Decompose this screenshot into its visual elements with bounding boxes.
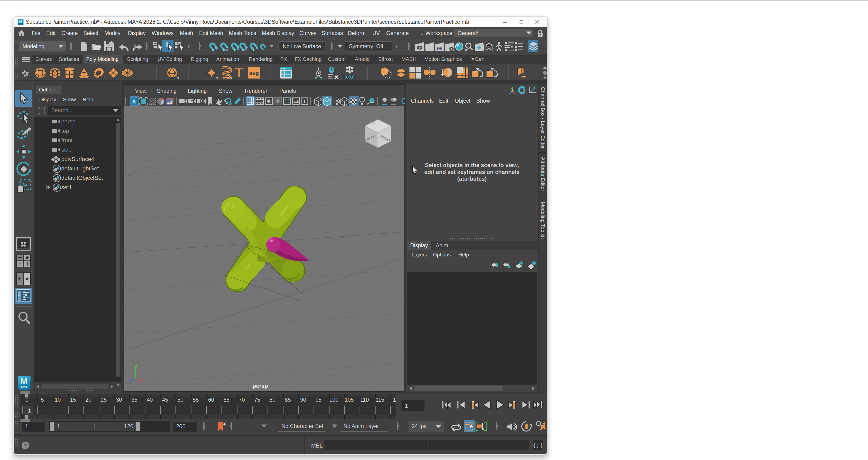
svg-text:50: 50 [178, 397, 184, 403]
svg-text:{;}: {;} [533, 442, 543, 449]
svg-text:T: T [235, 66, 244, 80]
svg-text:35: 35 [131, 397, 137, 403]
svg-text:65: 65 [223, 397, 229, 403]
svg-text:AAA: AAA [20, 23, 22, 25]
svg-text:40: 40 [147, 397, 153, 403]
svg-text:90: 90 [300, 397, 306, 403]
svg-text:?: ? [24, 442, 27, 449]
svg-text:75: 75 [254, 397, 260, 403]
svg-text:svg: svg [249, 70, 259, 76]
svg-text:10: 10 [55, 397, 61, 403]
svg-text:z: z [127, 378, 129, 383]
svg-text:105: 105 [345, 397, 353, 403]
svg-text:0,0,0: 0,0,0 [345, 75, 354, 80]
svg-text:80: 80 [270, 397, 276, 403]
svg-text:55: 55 [193, 397, 199, 403]
svg-text:70: 70 [239, 397, 245, 403]
svg-text:IPR: IPR [437, 47, 442, 50]
svg-text:15: 15 [70, 397, 76, 403]
svg-text:110: 110 [360, 397, 369, 403]
svg-text:100: 100 [330, 397, 338, 403]
svg-text:A: A [132, 99, 136, 105]
svg-text:x: x [142, 378, 145, 383]
svg-text:85: 85 [285, 397, 291, 403]
svg-text:20: 20 [86, 397, 92, 403]
svg-text:y: y [134, 365, 137, 369]
svg-text:60: 60 [208, 397, 214, 403]
svg-text:45: 45 [162, 397, 168, 403]
svg-text:1.: 1. [393, 397, 396, 403]
svg-text:30: 30 [116, 397, 122, 403]
svg-text:115: 115 [376, 397, 384, 403]
svg-text:0: 0 [26, 397, 29, 403]
svg-text:T: T [303, 98, 306, 104]
svg-text:5: 5 [41, 397, 44, 403]
svg-text:25: 25 [101, 397, 107, 403]
svg-text:M: M [19, 19, 22, 23]
svg-text:95: 95 [315, 397, 322, 403]
